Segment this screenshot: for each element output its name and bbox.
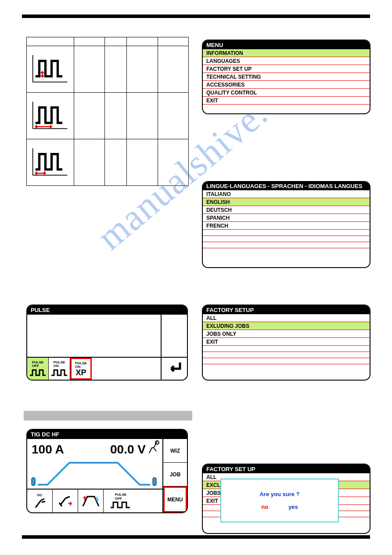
menu-item[interactable]: SPANICH	[203, 214, 370, 222]
menu-item[interactable]: FRENCH	[203, 222, 370, 230]
svg-rect-2	[153, 478, 156, 486]
yes-button[interactable]: yes	[288, 504, 298, 510]
dc-cell[interactable]: DC	[27, 490, 53, 512]
pulse-off-label: PULSE OFF	[32, 361, 44, 368]
pulse-wave-icon	[110, 501, 132, 509]
slope-cell[interactable]	[78, 490, 104, 512]
menu-item[interactable]: EXLUDING JOBS	[203, 322, 370, 330]
pulse-xp-button[interactable]: PULSE ON XP	[70, 358, 92, 380]
bottom-rule	[22, 535, 370, 539]
pulse-panel: PULSE PULSE OFF PULSE ON PULSE ON XP	[26, 305, 188, 381]
torch-trigger-icon	[57, 493, 74, 509]
menu-button[interactable]: MENU	[163, 486, 187, 512]
menu-title: LINGUE-LANGUAGES - SPRACHEN - IDIOMAS LA…	[203, 182, 370, 190]
menu-item-empty	[203, 236, 370, 242]
menu-item-empty	[203, 358, 370, 364]
confirm-panel: FACTORY SET UP ALL EXCL JOBS EXIT Are yo…	[202, 464, 370, 534]
confirm-dialog: Are you sure ? no yes	[220, 479, 339, 522]
torch-cell[interactable]	[53, 490, 78, 512]
menu-item[interactable]: ENGLISH	[203, 198, 370, 206]
dialog-question: Are you sure ?	[259, 491, 299, 497]
job-button[interactable]: JOB	[163, 463, 187, 486]
pulse-wave-icon	[50, 368, 68, 377]
menu-item-empty	[203, 230, 370, 236]
menu-panel-factory: FACTORY SETUP ALL EXLUDING JOBS JOBS ONL…	[202, 305, 370, 381]
menu-item-empty	[203, 242, 370, 248]
menu-item[interactable]: DEUTSCH	[203, 206, 370, 214]
menu-item[interactable]: ALL	[203, 314, 370, 322]
menu-item[interactable]: EXIT	[203, 338, 370, 346]
top-rule	[22, 15, 370, 18]
waveform-amplitude-icon	[30, 53, 70, 84]
waveform-pulse-width-icon	[30, 146, 70, 177]
menu-item-empty	[203, 346, 370, 352]
section-divider	[24, 411, 192, 421]
menu-item[interactable]: JOBS ONLY	[203, 330, 370, 338]
no-button[interactable]: no	[261, 504, 268, 510]
menu-item[interactable]: ACCESSORIES	[203, 81, 370, 89]
slope-icon	[81, 493, 101, 509]
tig-panel: TIG DC HF 100 A 00.0 V DC	[26, 429, 188, 513]
return-icon[interactable]	[167, 361, 183, 377]
menu-panel-languages: LINGUE-LANGUAGES - SPRACHEN - IDIOMAS LA…	[202, 181, 370, 268]
menu-item[interactable]: TECHNICAL SETTING	[203, 73, 370, 81]
menu-title: FACTORY SETUP	[203, 305, 370, 314]
menu-item[interactable]: QUALITY CONTROL	[203, 89, 370, 97]
amps-display: 100 A	[32, 443, 64, 457]
wiz-button[interactable]: WIZ	[163, 439, 187, 463]
menu-item[interactable]: FACTORY SET UP	[203, 65, 370, 73]
electrode-icon	[33, 497, 47, 509]
menu-item[interactable]: INFORMATION	[203, 49, 370, 57]
volts-display: 00.0 V	[110, 443, 146, 457]
welding-profile-icon	[30, 458, 160, 487]
dc-label: DC	[37, 493, 43, 497]
pulse-off-cell[interactable]: PULSE OFF	[104, 490, 138, 512]
menu-title: MENU	[203, 40, 370, 49]
torch-icon	[147, 440, 161, 457]
menu-panel-main: MENU INFORMATION LANGUAGES FACTORY SET U…	[202, 40, 370, 114]
pulse-xp-label: PULSE ON	[75, 362, 87, 369]
pulse-on-label: PULSE ON	[54, 361, 65, 368]
xp-text: XP	[76, 369, 86, 377]
waveform-period-icon	[30, 100, 70, 131]
pulse-wave-icon	[29, 368, 47, 377]
parameter-table	[26, 37, 189, 186]
menu-item[interactable]: ITALIANO	[203, 190, 370, 198]
pulse-off-label: PULSE OFF	[115, 493, 127, 501]
menu-title: FACTORY SET UP	[203, 464, 370, 473]
menu-item-empty	[203, 352, 370, 358]
pulse-off-button[interactable]: PULSE OFF	[27, 358, 49, 380]
tig-title: TIG DC HF	[27, 430, 187, 439]
svg-rect-1	[32, 478, 35, 486]
pulse-on-button[interactable]: PULSE ON	[49, 358, 70, 380]
pulse-title: PULSE	[27, 305, 187, 315]
menu-item[interactable]: LANGUAGES	[203, 57, 370, 65]
menu-item[interactable]: EXIT	[203, 97, 370, 105]
